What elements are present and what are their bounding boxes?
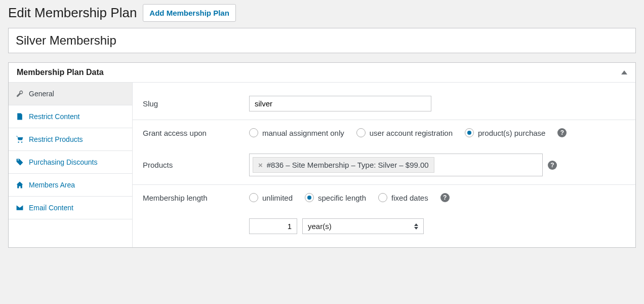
tab-purchasing-discounts[interactable]: Purchasing Discounts (9, 151, 132, 174)
tab-label: Purchasing Discounts (29, 158, 97, 166)
radio-icon (249, 193, 258, 202)
length-radio-fixed[interactable]: fixed dates (378, 193, 428, 202)
plan-data-panel: Membership Plan Data GeneralRestrict Con… (8, 62, 636, 248)
home-icon (16, 181, 24, 189)
radio-label: product(s) purchase (478, 129, 545, 137)
help-icon[interactable]: ? (557, 128, 567, 137)
tab-label: Restrict Content (29, 112, 79, 121)
products-token-input[interactable]: ×#836 – Site Membership – Type: Silver –… (249, 154, 543, 176)
svg-point-1 (21, 141, 22, 142)
plan-title-input[interactable] (8, 28, 636, 53)
grant-access-radio-purchase[interactable]: product(s) purchase (465, 128, 545, 137)
radio-label: unlimited (262, 194, 293, 202)
length-unit-value: year(s) (308, 222, 332, 231)
token-remove-icon[interactable]: × (258, 161, 263, 169)
tab-label: Restrict Products (29, 135, 83, 143)
svg-point-0 (18, 141, 19, 142)
length-radio-specific[interactable]: specific length (305, 193, 366, 202)
length-radio-unlimited[interactable]: unlimited (249, 193, 293, 202)
radio-icon (356, 128, 366, 137)
tab-members-area[interactable]: Members Area (9, 174, 132, 197)
slug-input[interactable] (249, 96, 431, 111)
radio-icon (249, 128, 258, 137)
cart-icon (16, 135, 24, 143)
product-token: ×#836 – Site Membership – Type: Silver –… (253, 157, 434, 173)
tab-label: Members Area (29, 181, 75, 189)
tag-icon (16, 158, 24, 166)
length-unit-select[interactable]: year(s) (302, 218, 424, 234)
tab-general[interactable]: General (9, 83, 132, 105)
radio-icon (465, 128, 474, 137)
tab-label: Email Content (29, 204, 73, 212)
radio-icon (305, 193, 314, 202)
wrench-icon (16, 90, 24, 98)
radio-label: user account registration (370, 129, 453, 137)
help-icon[interactable]: ? (548, 161, 557, 170)
select-caret-icon (414, 223, 418, 230)
length-label: Membership length (143, 194, 249, 202)
length-number-input[interactable] (249, 218, 297, 234)
radio-label: specific length (318, 194, 366, 202)
tab-restrict-content[interactable]: Restrict Content (9, 105, 132, 128)
collapse-toggle-icon[interactable] (621, 70, 627, 74)
panel-title: Membership Plan Data (17, 68, 104, 77)
grant-access-radio-register[interactable]: user account registration (356, 128, 453, 137)
token-label: #836 – Site Membership – Type: Silver – … (267, 161, 429, 169)
help-icon[interactable]: ? (440, 193, 450, 202)
page-title: Edit Membership Plan (8, 5, 137, 21)
tab-label: General (29, 90, 54, 98)
tab-content-general: Slug Grant access upon manual assignment… (133, 83, 635, 247)
slug-label: Slug (143, 99, 249, 108)
mail-icon (16, 204, 24, 212)
tab-restrict-products[interactable]: Restrict Products (9, 128, 132, 151)
tab-email-content[interactable]: Email Content (9, 197, 132, 219)
products-label: Products (143, 161, 249, 169)
radio-icon (378, 193, 387, 202)
grant-access-radio-manual[interactable]: manual assignment only (249, 128, 344, 137)
grant-access-label: Grant access upon (143, 129, 249, 137)
doc-icon (16, 112, 24, 121)
radio-label: manual assignment only (262, 129, 344, 137)
radio-label: fixed dates (391, 194, 428, 202)
add-membership-plan-button[interactable]: Add Membership Plan (143, 4, 236, 22)
tab-list: GeneralRestrict ContentRestrict Products… (9, 83, 133, 247)
